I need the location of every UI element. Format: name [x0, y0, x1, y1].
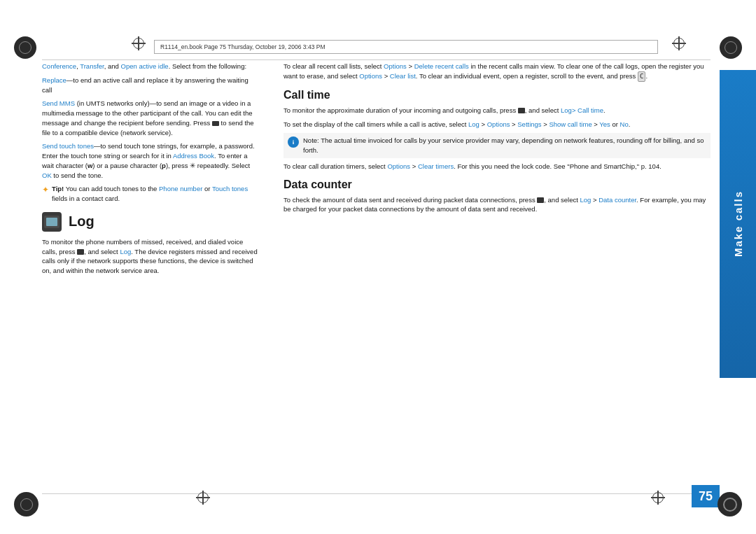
intro-text: Conference, Transfer, and Open active id…	[42, 62, 259, 71]
page-container: R1114_en.book Page 75 Thursday, October …	[0, 0, 756, 534]
crosshair-top-right	[672, 36, 686, 50]
reg-circle-bottom-right	[718, 492, 742, 517]
log-link-3[interactable]: Log	[468, 120, 479, 128]
log-link-4[interactable]: Log	[580, 196, 592, 204]
options-link-1[interactable]: Options	[384, 62, 407, 70]
sidebar-label: Make calls	[732, 190, 744, 257]
reg-circle-top-left	[14, 36, 36, 59]
clear-list-link[interactable]: Clear list	[390, 72, 416, 80]
replace-section: Replace—to end an active call and replac…	[42, 76, 259, 95]
tip-icon: ✦	[42, 185, 49, 195]
clear-timers-link[interactable]: Clear timers	[418, 162, 454, 170]
log-section-header: Log	[42, 212, 259, 232]
left-column: Conference, Transfer, and Open active id…	[42, 62, 273, 492]
tip-box: ✦ Tip! You can add touch tones to the Ph…	[42, 184, 259, 204]
log-link[interactable]: Log	[120, 248, 131, 255]
delete-recent-calls-link[interactable]: Delete recent calls	[414, 62, 469, 70]
touch-tones-link[interactable]: Touch tones	[212, 185, 248, 192]
note-icon: i	[288, 136, 299, 148]
content-area: Conference, Transfer, and Open active id…	[42, 62, 710, 492]
options-link-3[interactable]: Options	[487, 120, 510, 128]
top-line	[42, 59, 710, 60]
call-time-heading: Call time	[284, 89, 710, 101]
right-column: To clear all recent call lists, select O…	[273, 62, 710, 492]
call-time-body2: To set the display of the call timers wh…	[284, 120, 710, 129]
log-call-time-link[interactable]: Log> Call time	[561, 106, 603, 114]
address-book-link[interactable]: Address Book	[173, 152, 214, 160]
phone-number-link[interactable]: Phone number	[159, 185, 202, 192]
ok-link[interactable]: OK	[42, 171, 52, 179]
note-icon-text: i	[293, 139, 295, 146]
tip-text: Tip! You can add touch tones to the Phon…	[52, 184, 259, 204]
open-active-idle-link[interactable]: Open active idle	[121, 62, 169, 70]
right-sidebar-tab: Make calls	[720, 70, 756, 378]
reg-circle-bottom-right-inner	[723, 498, 737, 512]
reg-circle-top-right	[720, 36, 742, 59]
show-call-time-link[interactable]: Show call time	[549, 120, 592, 128]
page-number-box: 75	[692, 485, 720, 507]
data-counter-link[interactable]: Data counter	[598, 196, 636, 204]
options-link-2[interactable]: Options	[359, 72, 382, 80]
send-touch-tones-section: Send touch tones—to send touch tone stri…	[42, 141, 259, 180]
crosshair-top-left	[132, 36, 146, 50]
note-box: i Note: The actual time invoiced for cal…	[284, 133, 710, 158]
call-time-body1: To monitor the approximate duration of y…	[284, 106, 710, 115]
send-touch-tones-link[interactable]: Send touch tones	[42, 142, 94, 150]
log-body: To monitor the phone numbers of missed, …	[42, 237, 259, 276]
yes-link[interactable]: Yes	[599, 120, 610, 128]
crosshair-bottom-left	[196, 491, 210, 505]
send-mms-section: Send MMS (in UMTS networks only)—to send…	[42, 99, 259, 137]
clear-timers-section: To clear call duration timers, select Op…	[284, 162, 710, 171]
reg-circle-bottom-left	[14, 492, 38, 517]
clear-all-section: To clear all recent call lists, select O…	[284, 62, 710, 82]
conference-link[interactable]: Conference	[42, 62, 76, 70]
bottom-line	[42, 493, 710, 494]
file-info-bar: R1114_en.book Page 75 Thursday, October …	[154, 40, 658, 54]
data-counter-heading: Data counter	[284, 178, 710, 191]
log-title: Log	[69, 213, 94, 230]
log-icon	[42, 212, 62, 232]
page-number: 75	[699, 489, 713, 504]
options-link-4[interactable]: Options	[387, 162, 410, 170]
no-link[interactable]: No	[620, 120, 629, 128]
data-counter-body: To check the amount of data sent and rec…	[284, 195, 710, 215]
clear-button-char: C	[638, 71, 645, 82]
transfer-link[interactable]: Transfer	[80, 62, 104, 70]
send-mms-link[interactable]: Send MMS	[42, 99, 75, 107]
replace-link[interactable]: Replace	[42, 76, 66, 84]
file-info-text: R1114_en.book Page 75 Thursday, October …	[160, 43, 326, 50]
note-text: Note: The actual time invoiced for calls…	[303, 136, 706, 155]
crosshair-bottom-right	[651, 491, 665, 505]
settings-link[interactable]: Settings	[517, 120, 541, 128]
